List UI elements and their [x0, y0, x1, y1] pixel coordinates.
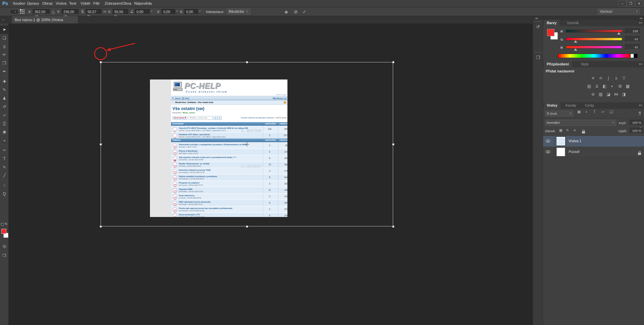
panel-menu-icon[interactable]: ▾≡	[639, 62, 642, 66]
channel-value-R[interactable]: 239	[625, 28, 640, 34]
opacity-input[interactable]: 100 % ▾	[630, 120, 643, 126]
tool-preset-icon[interactable]	[10, 9, 19, 14]
pen-tool[interactable]: ✑	[0, 146, 9, 155]
x-input[interactable]: 352,50 ob	[33, 9, 50, 14]
layer-thumbnail[interactable]	[556, 137, 565, 146]
menu-vrstva[interactable]: Vrstva	[56, 1, 66, 5]
filter-adjustment-layers-icon[interactable]: ◗	[585, 110, 588, 114]
tab-paths[interactable]: Cesty	[582, 102, 597, 109]
transform-handle[interactable]	[392, 61, 394, 63]
quick-selection-tool[interactable]: ✏	[0, 51, 9, 59]
eraser-tool[interactable]: ▱	[0, 111, 9, 119]
tool-preset-arrow-icon[interactable]: ▾	[15, 10, 16, 13]
eyedropper-tool[interactable]: ✒	[0, 67, 9, 76]
lock-all-icon[interactable]	[582, 129, 585, 135]
gradient-map-icon[interactable]: ⋈	[613, 92, 620, 97]
white-quickpick[interactable]	[630, 54, 634, 58]
transform-handle[interactable]	[392, 225, 394, 228]
exposure-icon[interactable]: ±	[613, 75, 620, 81]
document-tab[interactable]: Bez názvu-1 @ 100% (Vrstva 1,RGB/8) *✕	[12, 16, 78, 23]
move-tool[interactable]: ➤	[0, 25, 9, 34]
hue-saturation-icon[interactable]: ▤	[586, 84, 593, 89]
menu-obraz[interactable]: Obraz	[42, 1, 53, 5]
transform-handle[interactable]	[392, 143, 394, 146]
hskew-input[interactable]: 0,00	[162, 9, 175, 14]
layer-filter-toggle[interactable]	[638, 111, 642, 116]
layer-name[interactable]: Pozadí	[569, 150, 580, 154]
black-white-icon[interactable]: ◧	[601, 84, 608, 89]
zoom-tool[interactable]: Q	[0, 190, 9, 198]
healing-brush-tool[interactable]: ✚	[0, 77, 9, 86]
levels-icon[interactable]: ıllı	[597, 75, 604, 81]
vskew-input[interactable]: 0,00	[184, 9, 198, 14]
menu-okna[interactable]: Okna	[122, 1, 131, 5]
toolbar-collapse-icon[interactable]: »	[2, 18, 4, 21]
threshold-icon[interactable]: ◪	[605, 92, 612, 97]
tab-swatches[interactable]: Vzorník	[564, 20, 582, 26]
cancel-transform-icon[interactable]: ⊘	[294, 9, 298, 14]
transform-reference-point[interactable]	[245, 142, 249, 147]
vibrance-icon[interactable]: ▽	[621, 75, 628, 81]
tab-colors[interactable]: Barvy	[544, 20, 559, 26]
menu-vyber[interactable]: Výběr	[80, 1, 91, 5]
transform-handle[interactable]	[100, 225, 102, 228]
menu-text[interactable]: Text	[69, 1, 76, 5]
tab-channels[interactable]: Kanály	[562, 102, 579, 109]
photo-filter-icon[interactable]: ◐	[609, 84, 616, 89]
commit-transform-icon[interactable]: ✓	[303, 9, 307, 14]
tab-layers[interactable]: Vrstvy	[544, 102, 560, 109]
lock-position-icon[interactable]: ✛	[573, 128, 576, 132]
angle-input[interactable]: 0,00	[135, 9, 150, 14]
path-selection-tool[interactable]: ⇖	[0, 163, 9, 171]
close-button[interactable]: ✕	[635, 1, 643, 6]
history-panel-icon[interactable]: ↺	[534, 23, 542, 31]
tab-styles[interactable]: Styly	[578, 61, 592, 67]
lock-transparency-icon[interactable]: ▩	[559, 128, 562, 132]
warp-mode-icon[interactable]: ◈	[284, 9, 288, 14]
y-input[interactable]: 236,00 ob	[62, 9, 78, 14]
restore-button[interactable]: ❐	[627, 1, 635, 6]
collapse-panels-left-icon[interactable]: ◂◂	[535, 16, 537, 20]
black-quickpick[interactable]	[634, 54, 638, 58]
layer-thumbnail[interactable]	[556, 148, 565, 156]
panel-foreground-swatch[interactable]	[547, 29, 554, 36]
channel-slider-thumb[interactable]	[574, 40, 577, 43]
color-lookup-icon[interactable]: ▦	[624, 84, 631, 89]
clone-stamp-tool[interactable]: ♟	[0, 94, 9, 103]
lasso-tool[interactable]: ϙ	[0, 42, 9, 51]
layer-row-vrstva1[interactable]: Vrstva 1	[543, 136, 644, 147]
canvas-area[interactable]: PC-HELP České diskuzní fórum Jsem tu pop…	[9, 23, 533, 325]
channel-value-B[interactable]: 43	[625, 44, 640, 50]
menu-zobrazeni[interactable]: Zobrazení	[105, 1, 122, 5]
channel-slider-thumb[interactable]	[617, 32, 621, 35]
selective-color-icon[interactable]: ◨	[621, 92, 628, 97]
lock-pixels-icon[interactable]: ✎	[566, 128, 569, 132]
layer-visibility-eye-icon[interactable]	[546, 140, 550, 143]
menu-soubor[interactable]: Soubor	[13, 1, 25, 5]
width-input[interactable]: 55,57 %	[86, 9, 101, 14]
menu-filtr[interactable]: Filtr	[93, 1, 100, 5]
menu-upravy[interactable]: Úpravy	[27, 1, 39, 5]
line-tool[interactable]: ╱	[0, 171, 9, 180]
filter-pixel-layers-icon[interactable]: ▣	[577, 110, 581, 114]
layer-visibility-eye-icon[interactable]	[546, 150, 550, 153]
curves-icon[interactable]: ∫	[605, 75, 612, 81]
channel-mixer-icon[interactable]: ⊞	[616, 84, 624, 89]
swap-colors-icon[interactable]: ⇆	[5, 222, 7, 225]
crop-tool[interactable]: ❐	[0, 59, 9, 67]
transform-handle[interactable]	[246, 225, 248, 228]
channel-slider-R[interactable]	[566, 30, 622, 33]
interpolation-select[interactable]: Bikubická⇕	[227, 9, 250, 14]
color-balance-icon[interactable]: Δ	[593, 84, 600, 89]
filter-shape-layers-icon[interactable]: ▱	[601, 110, 604, 114]
workspace-select[interactable]: Výchozí⇕	[598, 9, 640, 14]
brightness-contrast-icon[interactable]: ☀	[590, 75, 597, 81]
blend-mode-select[interactable]: Normální⇕	[545, 120, 616, 126]
color-spectrum-ramp[interactable]	[558, 54, 630, 58]
menu-napoveda[interactable]: Nápověda	[134, 1, 152, 5]
relative-position-icon[interactable]: △	[52, 9, 55, 14]
transform-handle[interactable]	[100, 143, 102, 146]
foreground-color-swatch[interactable]	[1, 229, 6, 234]
reference-point-locator-icon[interactable]	[20, 9, 25, 14]
transform-handle[interactable]	[100, 61, 102, 63]
